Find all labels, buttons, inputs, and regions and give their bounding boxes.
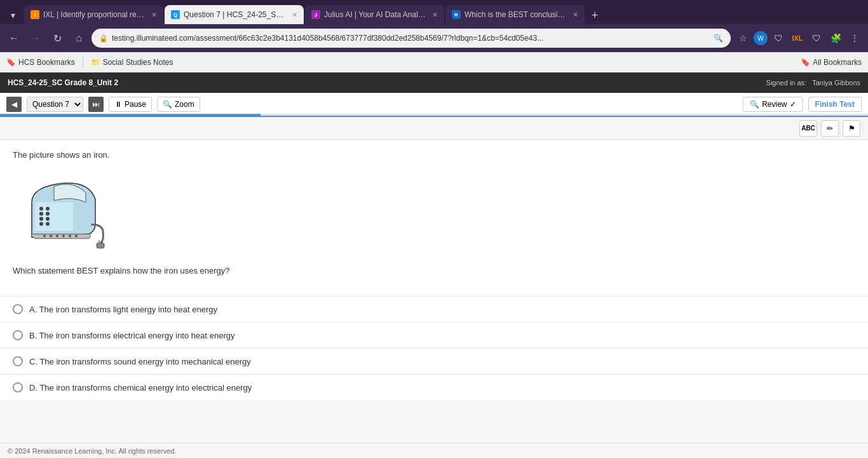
svg-point-11 bbox=[46, 212, 50, 216]
tab-julius-favicon: J bbox=[311, 10, 320, 19]
address-bar[interactable]: 🔒 testing.illuminateed.com/assessment/66… bbox=[92, 29, 731, 48]
bookmark-hcs-label: HCS Bookmarks bbox=[18, 58, 75, 67]
tab-bar: ▾ I IXL | Identify proportional relati..… bbox=[0, 0, 868, 24]
svg-point-13 bbox=[46, 222, 50, 226]
bookmark-hcs-icon: 🔖 bbox=[6, 58, 16, 67]
review-check-icon: ✓ bbox=[790, 100, 796, 109]
tab-renaissance[interactable]: R Which is the BEST conclusion... ✕ bbox=[445, 5, 585, 24]
tab-ixl-title: IXL | Identify proportional relati... bbox=[43, 10, 145, 19]
finish-test-button[interactable]: Finish Test bbox=[808, 97, 862, 112]
progress-bar-fill bbox=[0, 114, 261, 116]
answer-text-a: A. The iron transforms light energy into… bbox=[29, 305, 217, 314]
abc-tool-button[interactable]: ABC bbox=[799, 120, 817, 137]
radio-c[interactable] bbox=[13, 356, 23, 366]
pencil-tool-button[interactable]: ✏ bbox=[821, 120, 839, 137]
svg-point-1 bbox=[50, 235, 52, 237]
bookmarks-bar: 🔖 HCS Bookmarks 📁 Social Studies Notes 🔖… bbox=[0, 52, 868, 73]
tab-julius-close[interactable]: ✕ bbox=[432, 11, 438, 19]
answer-options: A. The iron transforms light energy into… bbox=[0, 296, 868, 400]
bookmark-social-studies-label: Social Studies Notes bbox=[103, 58, 173, 67]
svg-point-10 bbox=[46, 207, 50, 211]
svg-point-2 bbox=[56, 235, 58, 237]
pause-button[interactable]: ⏸ Pause bbox=[109, 97, 152, 112]
tab-assessment-close[interactable]: ✕ bbox=[292, 11, 297, 19]
tab-overflow-btn[interactable]: ▾ bbox=[5, 6, 20, 24]
svg-point-7 bbox=[39, 212, 43, 216]
refresh-button[interactable]: ↻ bbox=[48, 29, 66, 47]
flag-icon: ⚑ bbox=[848, 124, 855, 133]
bookmarks-right: 🔖 All Bookmarks bbox=[801, 58, 862, 67]
assessment-toolbar: ◀ Question 7 ⏭ ⏸ Pause 🔍 Zoom 🔍 Review ✓… bbox=[0, 93, 868, 117]
zoom-icon: 🔍 bbox=[163, 100, 172, 109]
tab-julius-title: Julius AI | Your AI Data Analyst bbox=[324, 10, 426, 19]
ext-shield2[interactable]: 🛡 bbox=[808, 30, 825, 46]
address-text: testing.illuminateed.com/assessment/66c6… bbox=[112, 34, 710, 43]
tab-ixl-close[interactable]: ✕ bbox=[151, 11, 157, 19]
ext-shield[interactable]: 🛡 bbox=[770, 30, 787, 46]
bookmark-social-studies[interactable]: 📁 Social Studies Notes bbox=[91, 58, 173, 67]
ext-illuminated[interactable]: W bbox=[754, 31, 768, 45]
answer-option-a[interactable]: A. The iron transforms light energy into… bbox=[0, 296, 868, 322]
signed-in-label: Signed in as: bbox=[766, 79, 807, 87]
skip-question-button[interactable]: ⏭ bbox=[88, 97, 104, 112]
pencil-icon: ✏ bbox=[827, 124, 833, 133]
search-icon: 🔍 bbox=[714, 34, 723, 43]
tab-julius[interactable]: J Julius AI | Your AI Data Analyst ✕ bbox=[305, 5, 444, 24]
tab-ixl[interactable]: I IXL | Identify proportional relati... … bbox=[24, 5, 163, 24]
all-bookmarks-btn[interactable]: 🔖 All Bookmarks bbox=[801, 58, 862, 67]
forward-button[interactable]: → bbox=[27, 29, 44, 47]
tab-assessment[interactable]: Q Question 7 | HCS_24-25_SC Gr... ✕ bbox=[165, 5, 304, 24]
zoom-label: Zoom bbox=[175, 100, 194, 109]
question-content: The picture shows an iron. bbox=[0, 140, 868, 296]
spacer bbox=[0, 400, 868, 438]
svg-point-0 bbox=[43, 235, 46, 237]
home-button[interactable]: ⌂ bbox=[70, 29, 88, 47]
bookmark-hcs[interactable]: 🔖 HCS Bookmarks bbox=[6, 58, 75, 67]
lock-icon: 🔒 bbox=[99, 34, 108, 43]
radio-b[interactable] bbox=[13, 330, 23, 340]
svg-point-8 bbox=[39, 217, 43, 221]
svg-point-12 bbox=[46, 217, 50, 221]
tab-renaissance-title: Which is the BEST conclusion... bbox=[465, 10, 566, 19]
progress-bar-container bbox=[0, 114, 868, 116]
tab-assessment-title: Question 7 | HCS_24-25_SC Gr... bbox=[184, 10, 285, 19]
assessment-header: HCS_24-25_SC Grade 8_Unit 2 Signed in as… bbox=[0, 73, 868, 93]
answer-option-b[interactable]: B. The iron transforms electrical energy… bbox=[0, 322, 868, 348]
tab-ixl-favicon: I bbox=[31, 10, 39, 19]
new-tab-button[interactable]: + bbox=[586, 6, 604, 24]
answer-option-d[interactable]: D. The iron transforms chemical energy i… bbox=[0, 374, 868, 400]
bookmarks-divider bbox=[83, 57, 83, 68]
question-selector[interactable]: Question 7 bbox=[27, 97, 83, 112]
iron-image bbox=[13, 167, 114, 256]
answer-option-c[interactable]: C. The iron transforms sound energy into… bbox=[0, 348, 868, 374]
review-label: Review bbox=[762, 100, 787, 109]
tab-renaissance-close[interactable]: ✕ bbox=[573, 11, 578, 19]
browser-menu[interactable]: ⋮ bbox=[846, 30, 863, 46]
zoom-button[interactable]: 🔍 Zoom bbox=[157, 97, 200, 112]
pause-icon: ⏸ bbox=[114, 100, 122, 109]
radio-a[interactable] bbox=[13, 304, 23, 314]
footer-text: © 2024 Renaissance Learning, Inc. All ri… bbox=[8, 447, 177, 455]
footer: © 2024 Renaissance Learning, Inc. All ri… bbox=[0, 443, 868, 458]
flag-tool-button[interactable]: ⚑ bbox=[843, 120, 860, 137]
svg-point-9 bbox=[39, 222, 43, 226]
star-button[interactable]: ☆ bbox=[735, 30, 751, 46]
pause-label: Pause bbox=[125, 100, 146, 109]
answer-text-b: B. The iron transforms electrical energy… bbox=[29, 331, 234, 340]
browser-action-icons: ☆ W 🛡 IXL 🛡 🧩 ⋮ bbox=[735, 30, 863, 46]
back-button[interactable]: ← bbox=[5, 29, 23, 47]
prev-question-button[interactable]: ◀ bbox=[6, 97, 22, 112]
ext-extensions[interactable]: 🧩 bbox=[827, 30, 844, 46]
assessment-title: HCS_24-25_SC Grade 8_Unit 2 bbox=[8, 78, 118, 87]
answer-text-c: C. The iron transforms sound energy into… bbox=[29, 357, 251, 366]
signed-in-text: Signed in as: Taniya Gibbons bbox=[766, 79, 860, 87]
radio-d[interactable] bbox=[13, 382, 23, 392]
bookmark-folder-icon: 📁 bbox=[91, 58, 100, 67]
ext-ixl[interactable]: IXL bbox=[789, 30, 806, 46]
all-bookmarks-icon: 🔖 bbox=[801, 58, 810, 67]
question-tools-row: ABC ✏ ⚑ bbox=[0, 117, 868, 140]
question-area: ABC ✏ ⚑ The picture shows an iron. bbox=[0, 117, 868, 443]
review-button[interactable]: 🔍 Review ✓ bbox=[743, 97, 803, 112]
review-icon: 🔍 bbox=[750, 100, 759, 109]
svg-point-6 bbox=[39, 207, 43, 211]
